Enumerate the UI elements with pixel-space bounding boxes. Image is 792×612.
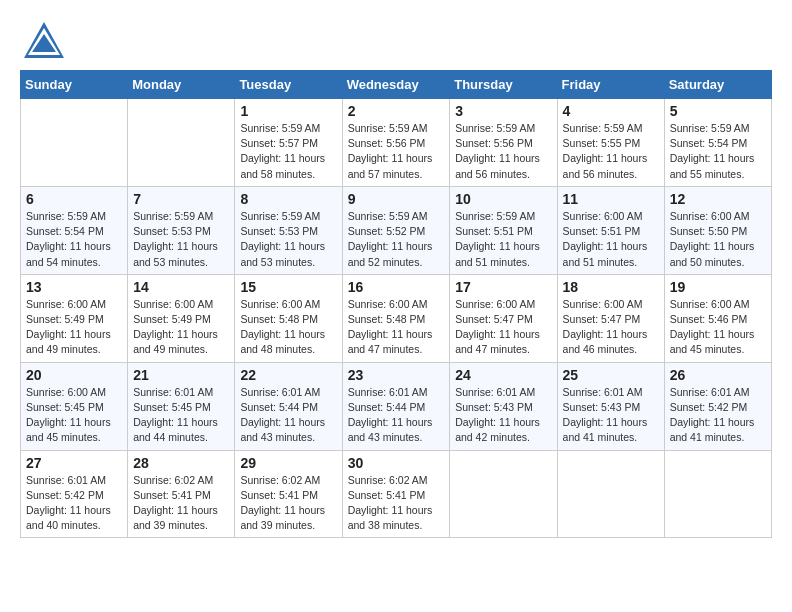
day-info: Sunrise: 6:02 AM Sunset: 5:41 PM Dayligh… xyxy=(240,473,336,534)
day-number: 28 xyxy=(133,455,229,471)
day-info: Sunrise: 6:01 AM Sunset: 5:44 PM Dayligh… xyxy=(348,385,445,446)
day-number: 22 xyxy=(240,367,336,383)
day-info: Sunrise: 5:59 AM Sunset: 5:52 PM Dayligh… xyxy=(348,209,445,270)
calendar-cell: 10Sunrise: 5:59 AM Sunset: 5:51 PM Dayli… xyxy=(450,186,557,274)
calendar-cell: 18Sunrise: 6:00 AM Sunset: 5:47 PM Dayli… xyxy=(557,274,664,362)
day-number: 7 xyxy=(133,191,229,207)
calendar-cell xyxy=(450,450,557,538)
calendar-cell: 7Sunrise: 5:59 AM Sunset: 5:53 PM Daylig… xyxy=(128,186,235,274)
calendar-cell: 4Sunrise: 5:59 AM Sunset: 5:55 PM Daylig… xyxy=(557,99,664,187)
week-row-1: 1Sunrise: 5:59 AM Sunset: 5:57 PM Daylig… xyxy=(21,99,772,187)
day-number: 9 xyxy=(348,191,445,207)
day-number: 18 xyxy=(563,279,659,295)
day-info: Sunrise: 6:00 AM Sunset: 5:49 PM Dayligh… xyxy=(26,297,122,358)
calendar-cell: 2Sunrise: 5:59 AM Sunset: 5:56 PM Daylig… xyxy=(342,99,450,187)
calendar-cell: 26Sunrise: 6:01 AM Sunset: 5:42 PM Dayli… xyxy=(664,362,771,450)
day-number: 23 xyxy=(348,367,445,383)
day-info: Sunrise: 5:59 AM Sunset: 5:54 PM Dayligh… xyxy=(670,121,766,182)
day-info: Sunrise: 5:59 AM Sunset: 5:53 PM Dayligh… xyxy=(133,209,229,270)
header-thursday: Thursday xyxy=(450,71,557,99)
calendar-cell: 15Sunrise: 6:00 AM Sunset: 5:48 PM Dayli… xyxy=(235,274,342,362)
calendar-cell: 6Sunrise: 5:59 AM Sunset: 5:54 PM Daylig… xyxy=(21,186,128,274)
day-info: Sunrise: 6:00 AM Sunset: 5:51 PM Dayligh… xyxy=(563,209,659,270)
calendar-cell: 16Sunrise: 6:00 AM Sunset: 5:48 PM Dayli… xyxy=(342,274,450,362)
day-info: Sunrise: 6:01 AM Sunset: 5:44 PM Dayligh… xyxy=(240,385,336,446)
calendar-cell: 23Sunrise: 6:01 AM Sunset: 5:44 PM Dayli… xyxy=(342,362,450,450)
day-info: Sunrise: 6:02 AM Sunset: 5:41 PM Dayligh… xyxy=(133,473,229,534)
day-number: 13 xyxy=(26,279,122,295)
day-number: 30 xyxy=(348,455,445,471)
day-info: Sunrise: 6:00 AM Sunset: 5:48 PM Dayligh… xyxy=(240,297,336,358)
day-number: 2 xyxy=(348,103,445,119)
calendar-cell: 22Sunrise: 6:01 AM Sunset: 5:44 PM Dayli… xyxy=(235,362,342,450)
page-header xyxy=(20,20,772,60)
day-number: 1 xyxy=(240,103,336,119)
calendar-cell: 25Sunrise: 6:01 AM Sunset: 5:43 PM Dayli… xyxy=(557,362,664,450)
day-info: Sunrise: 6:01 AM Sunset: 5:43 PM Dayligh… xyxy=(563,385,659,446)
day-info: Sunrise: 5:59 AM Sunset: 5:55 PM Dayligh… xyxy=(563,121,659,182)
calendar-cell xyxy=(664,450,771,538)
day-info: Sunrise: 6:00 AM Sunset: 5:50 PM Dayligh… xyxy=(670,209,766,270)
day-number: 19 xyxy=(670,279,766,295)
day-number: 10 xyxy=(455,191,551,207)
logo xyxy=(20,20,72,60)
header-wednesday: Wednesday xyxy=(342,71,450,99)
day-info: Sunrise: 5:59 AM Sunset: 5:57 PM Dayligh… xyxy=(240,121,336,182)
week-row-5: 27Sunrise: 6:01 AM Sunset: 5:42 PM Dayli… xyxy=(21,450,772,538)
day-info: Sunrise: 5:59 AM Sunset: 5:56 PM Dayligh… xyxy=(348,121,445,182)
day-number: 26 xyxy=(670,367,766,383)
header-friday: Friday xyxy=(557,71,664,99)
day-number: 11 xyxy=(563,191,659,207)
calendar-cell: 12Sunrise: 6:00 AM Sunset: 5:50 PM Dayli… xyxy=(664,186,771,274)
calendar-cell xyxy=(128,99,235,187)
day-number: 8 xyxy=(240,191,336,207)
week-row-2: 6Sunrise: 5:59 AM Sunset: 5:54 PM Daylig… xyxy=(21,186,772,274)
day-info: Sunrise: 6:00 AM Sunset: 5:45 PM Dayligh… xyxy=(26,385,122,446)
calendar-cell: 28Sunrise: 6:02 AM Sunset: 5:41 PM Dayli… xyxy=(128,450,235,538)
day-info: Sunrise: 6:00 AM Sunset: 5:47 PM Dayligh… xyxy=(563,297,659,358)
calendar-cell: 11Sunrise: 6:00 AM Sunset: 5:51 PM Dayli… xyxy=(557,186,664,274)
calendar-cell: 24Sunrise: 6:01 AM Sunset: 5:43 PM Dayli… xyxy=(450,362,557,450)
calendar-cell: 14Sunrise: 6:00 AM Sunset: 5:49 PM Dayli… xyxy=(128,274,235,362)
day-info: Sunrise: 6:00 AM Sunset: 5:46 PM Dayligh… xyxy=(670,297,766,358)
calendar-cell: 19Sunrise: 6:00 AM Sunset: 5:46 PM Dayli… xyxy=(664,274,771,362)
day-number: 15 xyxy=(240,279,336,295)
day-number: 16 xyxy=(348,279,445,295)
day-info: Sunrise: 6:00 AM Sunset: 5:47 PM Dayligh… xyxy=(455,297,551,358)
day-number: 12 xyxy=(670,191,766,207)
day-info: Sunrise: 5:59 AM Sunset: 5:56 PM Dayligh… xyxy=(455,121,551,182)
header-tuesday: Tuesday xyxy=(235,71,342,99)
calendar-cell: 27Sunrise: 6:01 AM Sunset: 5:42 PM Dayli… xyxy=(21,450,128,538)
calendar-body: 1Sunrise: 5:59 AM Sunset: 5:57 PM Daylig… xyxy=(21,99,772,538)
day-info: Sunrise: 5:59 AM Sunset: 5:53 PM Dayligh… xyxy=(240,209,336,270)
day-info: Sunrise: 6:01 AM Sunset: 5:42 PM Dayligh… xyxy=(26,473,122,534)
day-info: Sunrise: 6:01 AM Sunset: 5:43 PM Dayligh… xyxy=(455,385,551,446)
calendar-header-row: SundayMondayTuesdayWednesdayThursdayFrid… xyxy=(21,71,772,99)
day-number: 17 xyxy=(455,279,551,295)
week-row-3: 13Sunrise: 6:00 AM Sunset: 5:49 PM Dayli… xyxy=(21,274,772,362)
calendar-table: SundayMondayTuesdayWednesdayThursdayFrid… xyxy=(20,70,772,538)
day-number: 24 xyxy=(455,367,551,383)
calendar-cell: 1Sunrise: 5:59 AM Sunset: 5:57 PM Daylig… xyxy=(235,99,342,187)
calendar-cell: 21Sunrise: 6:01 AM Sunset: 5:45 PM Dayli… xyxy=(128,362,235,450)
day-info: Sunrise: 6:02 AM Sunset: 5:41 PM Dayligh… xyxy=(348,473,445,534)
header-saturday: Saturday xyxy=(664,71,771,99)
day-number: 3 xyxy=(455,103,551,119)
day-info: Sunrise: 6:01 AM Sunset: 5:45 PM Dayligh… xyxy=(133,385,229,446)
calendar-cell: 9Sunrise: 5:59 AM Sunset: 5:52 PM Daylig… xyxy=(342,186,450,274)
header-monday: Monday xyxy=(128,71,235,99)
day-number: 29 xyxy=(240,455,336,471)
calendar-cell: 20Sunrise: 6:00 AM Sunset: 5:45 PM Dayli… xyxy=(21,362,128,450)
calendar-cell xyxy=(21,99,128,187)
logo-icon xyxy=(20,20,68,60)
day-number: 6 xyxy=(26,191,122,207)
day-number: 20 xyxy=(26,367,122,383)
calendar-cell: 8Sunrise: 5:59 AM Sunset: 5:53 PM Daylig… xyxy=(235,186,342,274)
day-number: 5 xyxy=(670,103,766,119)
calendar-cell: 30Sunrise: 6:02 AM Sunset: 5:41 PM Dayli… xyxy=(342,450,450,538)
day-info: Sunrise: 5:59 AM Sunset: 5:51 PM Dayligh… xyxy=(455,209,551,270)
day-number: 27 xyxy=(26,455,122,471)
day-info: Sunrise: 5:59 AM Sunset: 5:54 PM Dayligh… xyxy=(26,209,122,270)
calendar-cell: 3Sunrise: 5:59 AM Sunset: 5:56 PM Daylig… xyxy=(450,99,557,187)
calendar-cell xyxy=(557,450,664,538)
